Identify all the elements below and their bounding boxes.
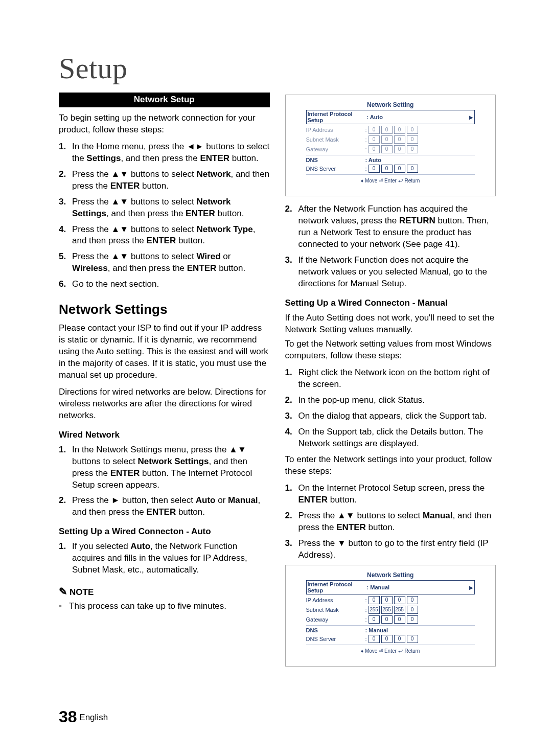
ip-octet: 0 (394, 135, 405, 144)
ip-octet: 0 (381, 615, 393, 624)
osd-screenshot-auto: Network Setting Internet Protocol Setup … (285, 95, 496, 196)
ip-octet: 0 (369, 596, 380, 604)
osd-footer: ♦ Move ⏎ Enter ⮐ Return (306, 648, 475, 654)
ip-octet: 0 (394, 165, 405, 173)
list-item: 5.Press the ▲▼ buttons to select Wired o… (59, 251, 270, 274)
list-item: 3.Press the ▲▼ buttons to select Network… (59, 196, 270, 220)
ip-octet: 0 (407, 165, 418, 173)
ip-octet: 0 (381, 165, 393, 173)
list-item: 6.Go to the next section. (59, 279, 270, 290)
osd-value-row: Subnet Mask:2552552550 (306, 606, 475, 614)
osd-ip-rows: IP Address:0000Subnet Mask:0000Gateway:0… (306, 126, 475, 153)
wired-network-heading: Wired Network (59, 430, 270, 440)
wired-steps: 1.In the Network Settings menu, press th… (59, 444, 270, 519)
osd-value-row: Gateway:0000 (306, 145, 475, 153)
note-label: ✎NOTE (59, 585, 270, 598)
manual-steps-1: 1.Right click the Network icon on the bo… (285, 367, 496, 450)
left-column: Network Setup To begin setting up the ne… (59, 93, 270, 674)
list-item: 4.On the Support tab, click the Details … (285, 426, 496, 450)
ip-octet: 0 (369, 165, 380, 173)
note-item: This process can take up to five minutes… (59, 601, 270, 612)
ip-octet: 0 (369, 145, 380, 153)
osd-title: Network Setting (306, 101, 475, 108)
auto-steps: 1.If you selected Auto, the Network Func… (59, 541, 270, 576)
osd-dns-row: DNS : Manual (306, 627, 475, 633)
osd-ip-rows: IP Address:0000Subnet Mask:2552552550Gat… (306, 596, 475, 624)
list-item: 1.If you selected Auto, the Network Func… (59, 541, 270, 576)
osd-screenshot-manual: Network Setting Internet Protocol Setup … (285, 565, 496, 667)
ip-octet: 0 (407, 615, 418, 624)
chevron-right-icon: ▶ (469, 585, 473, 590)
network-settings-heading: Network Settings (59, 302, 270, 317)
ip-octet: 0 (381, 145, 393, 153)
ip-octet: 0 (394, 596, 405, 604)
right-column: Network Setting Internet Protocol Setup … (285, 93, 496, 674)
ip-octet: 0 (407, 126, 418, 134)
ip-octet: 255 (381, 606, 393, 614)
ip-octet: 0 (369, 135, 380, 144)
page-footer: 38 English (59, 707, 108, 726)
ns-para-2: Directions for wired networks are below.… (59, 386, 270, 422)
manual-intro-2: To get the Network setting values from m… (285, 338, 496, 362)
list-item: 3.Press the ▼ button to go to the first … (285, 538, 496, 561)
note-list: This process can take up to five minutes… (59, 601, 270, 612)
ip-octet: 0 (407, 145, 418, 153)
ip-octet: 0 (381, 135, 393, 144)
ip-octet: 0 (381, 635, 393, 643)
list-item: 4.Press the ▲▼ buttons to select Network… (59, 224, 270, 247)
manual-intro-3: To enter the Network settings into your … (285, 454, 496, 477)
ns-para-1: Please contact your ISP to find out if y… (59, 323, 270, 381)
osd-value-row: IP Address:0000 (306, 596, 475, 604)
list-item: 3.If the Network Function does not acqui… (285, 255, 496, 290)
osd-title: Network Setting (306, 571, 475, 579)
page-number: 38 (59, 707, 77, 726)
auto-heading: Setting Up a Wired Connecton - Auto (59, 526, 270, 537)
osd-dns-row: DNS : Auto (306, 157, 475, 163)
list-item: 2.Press the ▲▼ buttons to select Manual,… (285, 510, 496, 534)
osd-value-row: Gateway:0000 (306, 615, 475, 624)
ip-octet: 0 (369, 615, 380, 624)
section-bar: Network Setup (59, 93, 270, 107)
osd-value-row: Subnet Mask:0000 (306, 135, 475, 144)
list-item: 3.On the dialog that appears, click the … (285, 410, 496, 422)
intro-steps: 1.In the Home menu, press the ◄► buttons… (59, 141, 270, 290)
ip-octet: 0 (407, 596, 418, 604)
chevron-right-icon: ▶ (469, 114, 473, 120)
ip-octet: 255 (369, 606, 380, 614)
osd-footer: ♦ Move ⏎ Enter ⮐ Return (306, 178, 475, 184)
osd-ip-setup-row: Internet Protocol Setup : Manual ▶ (306, 580, 475, 594)
osd-dns-server-row: DNS Server :0000 (306, 165, 475, 173)
osd-dns-server-row: DNS Server :0000 (306, 635, 475, 643)
ip-octet: 0 (394, 145, 405, 153)
ip-octet: 0 (369, 635, 380, 643)
manual-steps-2: 1.On the Internet Protocol Setup screen,… (285, 483, 496, 561)
ip-octet: 0 (407, 606, 418, 614)
page-lang: English (79, 713, 108, 722)
ip-octet: 0 (407, 635, 418, 643)
ip-octet: 0 (394, 635, 405, 643)
osd-value-row: IP Address:0000 (306, 126, 475, 134)
ip-octet: 0 (394, 126, 405, 134)
ip-octet: 0 (407, 135, 418, 144)
note-icon: ✎ (59, 586, 67, 597)
intro-text: To begin setting up the network connecti… (59, 112, 270, 136)
ip-octet: 0 (381, 596, 393, 604)
list-item: 2.Press the ► button, then select Auto o… (59, 495, 270, 518)
list-item: 2.After the Network Function has acquire… (285, 203, 496, 250)
right-steps-1: 2.After the Network Function has acquire… (285, 203, 496, 290)
ip-octet: 0 (369, 126, 380, 134)
list-item: 2.In the pop-up menu, click Status. (285, 395, 496, 406)
ip-octet: 0 (381, 126, 393, 134)
ip-octet: 0 (394, 615, 405, 624)
ip-octet: 255 (394, 606, 405, 614)
page-title: Setup (59, 51, 496, 85)
list-item: 1.In the Home menu, press the ◄► buttons… (59, 141, 270, 165)
manual-heading: Setting Up a Wired Connecton - Manual (285, 298, 496, 308)
manual-intro-1: If the Auto Setting does not work, you'l… (285, 312, 496, 336)
list-item: 1.In the Network Settings menu, press th… (59, 444, 270, 491)
list-item: 2.Press the ▲▼ buttons to select Network… (59, 169, 270, 192)
list-item: 1.On the Internet Protocol Setup screen,… (285, 483, 496, 506)
list-item: 1.Right click the Network icon on the bo… (285, 367, 496, 391)
osd-ip-setup-row: Internet Protocol Setup : Auto ▶ (306, 110, 475, 124)
